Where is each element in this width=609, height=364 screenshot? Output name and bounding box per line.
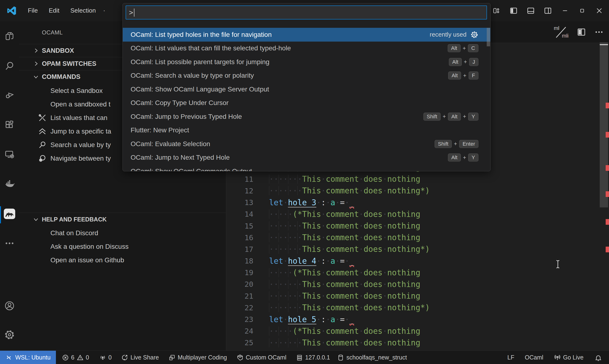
command-input[interactable]: > [126, 5, 487, 19]
code-line: 20·······This·comment·does·nothing [226, 278, 609, 290]
palette-row-show-commands-output[interactable]: OCaml: Show OCaml Commands Output [123, 164, 490, 171]
live-share-button[interactable]: Live Share [118, 351, 163, 364]
toggle-primary-sidebar-icon[interactable] [508, 5, 519, 16]
settings-gear-icon[interactable] [0, 325, 19, 344]
row-label: OCaml: Evaluate Selection [131, 140, 435, 148]
code-line: 22·······This·comment·does·nothing*) [226, 302, 609, 313]
docker-icon[interactable] [0, 174, 19, 193]
item-label: Select a Sandbox [50, 87, 103, 95]
error-marker [606, 219, 609, 225]
remote-icon [5, 354, 12, 361]
error-marker [606, 103, 609, 108]
vscode-logo-icon [6, 5, 17, 16]
multiplayer-label: Multiplayer Coding [178, 354, 227, 361]
section-label: OPAM SWITCHES [42, 60, 96, 67]
database-button[interactable]: schoolfaqs_new_struct [333, 351, 410, 364]
language-mode[interactable]: OCaml [521, 351, 547, 364]
menu-file[interactable]: File [22, 4, 43, 17]
row-label: OCaml: Jump to Previous Typed Hole [131, 113, 423, 120]
database-icon [337, 354, 344, 361]
section-help-feedback[interactable]: HELP AND FEEDBACK [19, 213, 226, 226]
line-number: 17 [226, 245, 253, 254]
remote-indicator[interactable]: WSL: Ubuntu [0, 351, 56, 364]
code-line: 15·······This·comment·does·nothing [226, 220, 609, 232]
menu-edit[interactable]: Edit [43, 4, 65, 17]
code-line: 17·······This·comment·does·nothing*) [226, 243, 609, 255]
go-live-button[interactable]: Go Live [550, 351, 587, 364]
palette-row-flutter-new-project[interactable]: Flutter: New Project [123, 124, 490, 137]
language-label: OCaml [525, 354, 543, 361]
line-number: 24 [226, 327, 253, 335]
line-number: 11 [226, 175, 253, 183]
palette-row-jump-previous-hole[interactable]: OCaml: Jump to Previous Typed Hole Shift… [123, 110, 490, 124]
item-label: Navigate between ty [50, 155, 111, 162]
keybinding: Alt+Y [448, 154, 478, 162]
keybinding: Alt+F [448, 72, 478, 80]
palette-row-evaluate-selection[interactable]: OCaml: Evaluate Selection Shift+Enter [123, 137, 490, 151]
problems-indicator[interactable]: 6 0 [58, 351, 93, 364]
line-number: 20 [226, 280, 253, 288]
code-line: 13let·hole_3·:·a·=·_ [226, 197, 609, 208]
command-palette: > OCaml: List typed holes in the file fo… [123, 3, 491, 171]
error-marker [606, 247, 609, 252]
row-label: OCaml: Search a value by type or polarit… [131, 72, 448, 79]
go-live-icon [554, 354, 561, 361]
recently-used-label: recently used [430, 31, 467, 38]
notifications-bell[interactable] [591, 351, 606, 364]
close-button[interactable] [594, 5, 605, 16]
tools-icon [38, 113, 47, 123]
run-debug-icon[interactable] [0, 86, 19, 104]
line-number: 12 [226, 186, 253, 195]
explorer-icon[interactable] [0, 26, 19, 46]
palette-row-copy-type[interactable]: OCaml: Copy Type Under Cursor [123, 96, 490, 110]
multiplayer-coding-button[interactable]: Multiplayer Coding [165, 351, 231, 364]
more-views-icon[interactable] [0, 234, 19, 253]
line-number: 15 [226, 222, 253, 230]
text-caret [134, 9, 134, 17]
command-list: OCaml: List typed holes in the file for … [123, 28, 490, 171]
menu-selection[interactable]: Selection [65, 4, 101, 17]
item-label: Open an issue on Github [50, 256, 124, 264]
palette-scrollbar-thumb[interactable] [487, 28, 490, 46]
search-icon[interactable] [0, 57, 19, 76]
more-actions-icon[interactable] [594, 27, 604, 37]
ibeam-cursor [555, 260, 560, 269]
account-icon[interactable] [0, 296, 19, 315]
typed-hole: _ [349, 256, 354, 266]
line-number: 19 [226, 268, 253, 277]
maximize-button[interactable] [577, 5, 588, 16]
ocaml-extension-icon[interactable] [0, 204, 19, 223]
ports-indicator[interactable]: 0 [96, 351, 115, 364]
palette-row-parent-targets[interactable]: OCaml: List possible parent targets for … [123, 55, 490, 69]
code-line: 21·······This·comment·does·nothing [226, 290, 609, 302]
configure-keybinding-gear-icon[interactable] [470, 31, 478, 39]
section-label: HELP AND FEEDBACK [42, 216, 107, 223]
palette-row-list-values[interactable]: OCaml: List values that can fill the sel… [123, 42, 490, 55]
server-icon [296, 354, 303, 361]
eol-indicator[interactable]: LF [504, 351, 518, 364]
palette-row-jump-next-hole[interactable]: OCaml: Jump to Next Typed Hole Alt+Y [123, 151, 490, 165]
menu-bar: File Edit Selection · [22, 4, 107, 17]
minimize-button[interactable] [559, 5, 570, 16]
editor-scrollbar-thumb[interactable] [600, 42, 608, 208]
switch-ml-mli-button[interactable]: ml mli [553, 25, 568, 39]
palette-row-search-value[interactable]: OCaml: Search a value by type or polarit… [123, 69, 490, 83]
remote-explorer-icon[interactable] [0, 145, 19, 164]
row-label: Flutter: New Project [131, 126, 478, 134]
broadcast-icon [99, 354, 106, 361]
command-prompt: > [129, 9, 133, 17]
split-editor-icon[interactable] [577, 27, 586, 37]
chevron-down-icon [33, 216, 39, 222]
palette-row-show-lsp-output[interactable]: OCaml: Show OCaml Language Server Output [123, 82, 490, 96]
ports-count: 0 [109, 354, 112, 361]
menu-overflow-dot[interactable]: · [101, 4, 107, 17]
custom-ocaml-button[interactable]: Custom OCaml [233, 351, 290, 364]
toggle-secondary-sidebar-icon[interactable] [542, 5, 553, 16]
customize-layout-icon[interactable] [491, 5, 502, 16]
chevron-down-icon [33, 74, 39, 80]
extensions-icon[interactable] [0, 116, 19, 134]
server-host-button[interactable]: 127.0.0.1 [292, 351, 333, 364]
error-count: 6 [71, 354, 74, 361]
palette-row-list-typed-holes[interactable]: OCaml: List typed holes in the file for … [123, 28, 490, 42]
toggle-panel-icon[interactable] [525, 5, 536, 16]
